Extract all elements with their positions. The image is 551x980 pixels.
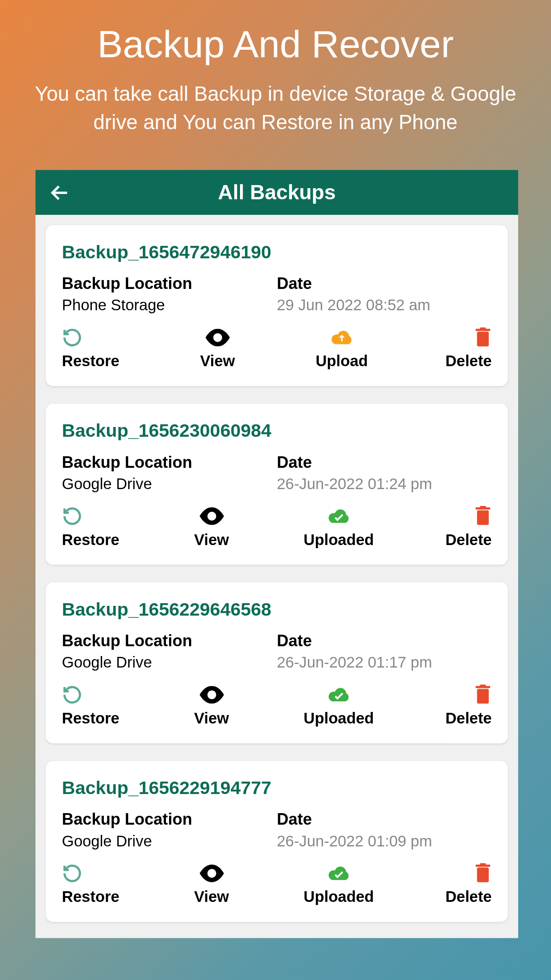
backup-name: Backup_1656230060984 <box>62 420 492 441</box>
svg-point-13 <box>209 871 214 876</box>
eye-icon <box>204 327 231 348</box>
view-button[interactable]: View <box>186 506 237 549</box>
backup-name: Backup_1656472946190 <box>62 241 492 263</box>
svg-rect-4 <box>480 327 486 329</box>
backup-meta: Backup Location Google Drive Date 26-Jun… <box>62 810 492 850</box>
cloud-icon <box>327 684 350 705</box>
location-value: Google Drive <box>62 832 277 850</box>
date-value: 26-Jun-2022 01:17 pm <box>277 654 492 672</box>
upload-label: Uploaded <box>303 888 374 906</box>
date-value: 26-Jun-2022 01:09 pm <box>277 832 492 850</box>
location-value: Google Drive <box>62 475 277 493</box>
page-title: All Backups <box>218 181 335 204</box>
svg-point-9 <box>209 692 214 697</box>
promo-title: Backup And Recover <box>0 22 551 66</box>
date-label: Date <box>277 810 492 829</box>
upload-label: Uploaded <box>303 531 374 549</box>
view-button[interactable]: View <box>186 684 237 727</box>
back-button[interactable] <box>49 182 71 204</box>
trash-icon <box>474 684 492 705</box>
date-label: Date <box>277 632 492 651</box>
view-label: View <box>194 710 229 727</box>
location-label: Backup Location <box>62 632 277 651</box>
view-label: View <box>194 888 229 906</box>
eye-icon <box>198 506 225 526</box>
promo-subtitle: You can take call Backup in device Stora… <box>0 79 551 137</box>
delete-label: Delete <box>445 710 492 727</box>
delete-button[interactable]: Delete <box>440 506 492 549</box>
svg-rect-6 <box>477 510 488 525</box>
cloud-icon <box>327 506 350 526</box>
location-value: Phone Storage <box>62 296 277 314</box>
restore-button[interactable]: Restore <box>62 327 120 370</box>
cloud-icon <box>330 327 354 348</box>
backup-meta: Backup Location Phone Storage Date 29 Ju… <box>62 274 492 314</box>
backup-meta: Backup Location Google Drive Date 26-Jun… <box>62 632 492 671</box>
cloud-icon <box>327 863 350 884</box>
location-label: Backup Location <box>62 810 277 829</box>
backup-card: Backup_1656230060984 Backup Location Goo… <box>46 404 508 565</box>
location-value: Google Drive <box>62 654 277 672</box>
date-label: Date <box>277 453 492 472</box>
trash-icon <box>474 506 492 526</box>
actions-row: Restore View Uploaded <box>62 863 492 906</box>
restore-icon <box>62 863 83 884</box>
svg-rect-10 <box>477 689 488 703</box>
delete-label: Delete <box>445 352 492 370</box>
app-frame: All Backups Backup_1656472946190 Backup … <box>35 170 518 938</box>
backup-card: Backup_1656229646568 Backup Location Goo… <box>46 582 508 743</box>
svg-point-5 <box>209 514 214 518</box>
arrow-left-icon <box>49 182 71 204</box>
view-button[interactable]: View <box>186 863 237 906</box>
actions-row: Restore View Uploaded <box>62 684 492 727</box>
upload-button[interactable]: Uploaded <box>303 684 374 727</box>
delete-button[interactable]: Delete <box>440 684 492 727</box>
delete-button[interactable]: Delete <box>440 327 492 370</box>
date-value: 26-Jun-2022 01:24 pm <box>277 475 492 493</box>
promo-header: Backup And Recover You can take call Bac… <box>0 0 551 137</box>
upload-button[interactable]: Uploaded <box>303 863 374 906</box>
location-label: Backup Location <box>62 274 277 293</box>
eye-icon <box>198 684 225 705</box>
restore-icon <box>62 506 83 526</box>
trash-icon <box>474 863 492 884</box>
backup-list[interactable]: Backup_1656472946190 Backup Location Pho… <box>35 215 518 938</box>
backup-card: Backup_1656229194777 Backup Location Goo… <box>46 761 508 922</box>
restore-icon <box>62 327 83 348</box>
date-label: Date <box>277 274 492 293</box>
restore-label: Restore <box>62 531 120 549</box>
date-value: 29 Jun 2022 08:52 am <box>277 296 492 314</box>
svg-point-1 <box>215 336 220 340</box>
eye-icon <box>198 863 225 884</box>
restore-button[interactable]: Restore <box>62 863 120 906</box>
upload-label: Upload <box>315 352 368 370</box>
delete-label: Delete <box>445 888 492 906</box>
delete-button[interactable]: Delete <box>440 863 492 906</box>
view-label: View <box>200 352 235 370</box>
restore-icon <box>62 684 83 705</box>
upload-button[interactable]: Uploaded <box>303 506 374 549</box>
location-label: Backup Location <box>62 453 277 472</box>
backup-name: Backup_1656229194777 <box>62 777 492 798</box>
actions-row: Restore View Upload <box>62 327 492 370</box>
svg-rect-16 <box>480 863 486 865</box>
restore-button[interactable]: Restore <box>62 684 120 727</box>
actions-row: Restore View Uploaded <box>62 506 492 549</box>
svg-rect-8 <box>480 506 486 508</box>
svg-rect-14 <box>477 868 488 882</box>
restore-label: Restore <box>62 352 120 370</box>
view-button[interactable]: View <box>192 327 243 370</box>
trash-icon <box>474 327 492 348</box>
backup-name: Backup_1656229646568 <box>62 598 492 620</box>
restore-label: Restore <box>62 888 120 906</box>
backup-card: Backup_1656472946190 Backup Location Pho… <box>46 225 508 386</box>
svg-rect-2 <box>477 332 488 346</box>
app-header: All Backups <box>35 170 518 215</box>
upload-label: Uploaded <box>303 710 374 727</box>
backup-meta: Backup Location Google Drive Date 26-Jun… <box>62 453 492 493</box>
delete-label: Delete <box>445 531 492 549</box>
svg-rect-12 <box>480 684 486 687</box>
restore-label: Restore <box>62 710 120 727</box>
restore-button[interactable]: Restore <box>62 506 120 549</box>
upload-button[interactable]: Upload <box>315 327 368 370</box>
